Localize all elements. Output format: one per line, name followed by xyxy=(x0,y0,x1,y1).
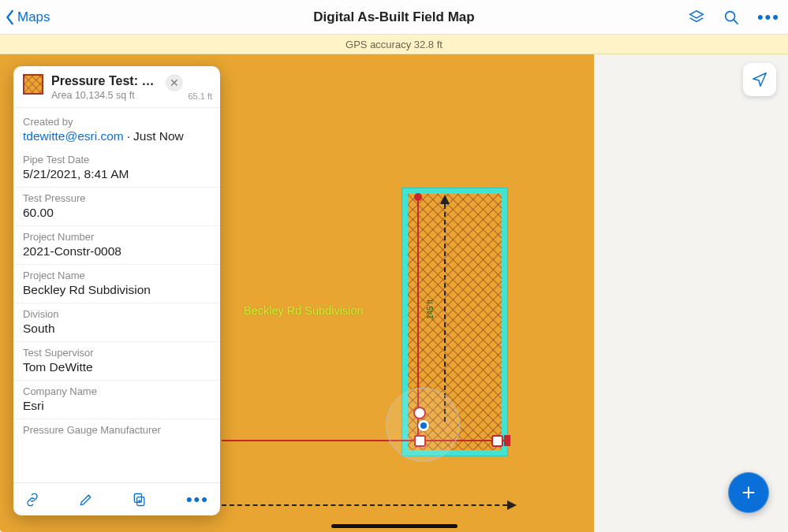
attribute-field: Project NameBeckley Rd Subdivision xyxy=(13,264,220,303)
search-icon xyxy=(723,9,740,26)
popup-close-button[interactable]: ✕ xyxy=(166,74,183,91)
attribute-field: Company NameEsri xyxy=(13,380,220,419)
attribute-field: Test Pressure60.00 xyxy=(13,187,220,225)
more-icon: ••• xyxy=(186,489,209,509)
attribute-value: 2021-Constr-0008 xyxy=(23,244,211,259)
created-when: Just Now xyxy=(133,129,184,143)
attribute-value: Tom DeWitte xyxy=(23,360,211,374)
attribute-label: Pressure Gauge Manufacturer xyxy=(23,424,211,436)
add-feature-button[interactable] xyxy=(728,472,769,513)
layers-icon xyxy=(688,9,705,26)
measure-arrow-horizontal xyxy=(222,504,515,506)
svg-rect-8 xyxy=(24,76,42,93)
attribute-value: 5/21/2021, 8:41 AM xyxy=(23,167,211,181)
attribute-label: Company Name xyxy=(23,385,211,397)
plus-icon xyxy=(740,484,757,501)
gps-accuracy-text: GPS accuracy 32.8 ft xyxy=(345,39,443,50)
popup-header: Pressure Test: Beckley R… Area 10,134.5 … xyxy=(13,66,220,108)
more-icon: ••• xyxy=(757,7,780,28)
created-by-field: Created by tdewitte@esri.com · Just Now xyxy=(13,111,220,149)
current-location-dot xyxy=(418,420,429,431)
measure-label: 145 ft xyxy=(426,299,435,319)
close-icon: ✕ xyxy=(170,76,179,89)
edit-button[interactable] xyxy=(78,492,94,508)
attribute-value: Beckley Rd Subdivision xyxy=(23,283,211,297)
subdivision-label: Beckley Rd Subdivision xyxy=(244,304,364,317)
link-button[interactable] xyxy=(24,492,40,508)
copy-button[interactable] xyxy=(132,492,148,508)
measure-arrow-vertical xyxy=(444,196,446,422)
locate-button[interactable] xyxy=(743,63,776,96)
layers-button[interactable] xyxy=(688,9,705,26)
header-actions: ••• xyxy=(688,7,780,28)
creator-email-link[interactable]: tdewitte@esri.com xyxy=(23,129,124,143)
gps-accuracy-bar: GPS accuracy 32.8 ft xyxy=(0,35,788,54)
pipe-horizontal xyxy=(222,440,504,441)
svg-line-1 xyxy=(734,20,738,24)
chevron-left-icon xyxy=(5,9,16,26)
locate-icon xyxy=(751,71,768,88)
home-indicator xyxy=(331,524,457,528)
popup-more-button[interactable]: ••• xyxy=(186,491,209,508)
attribute-field: DivisionSouth xyxy=(13,303,220,341)
popup-area: Area 10,134.5 sq ft xyxy=(51,90,161,101)
attribute-label: Division xyxy=(23,308,211,320)
page-title: Digital As-Built Field Map xyxy=(0,9,788,25)
more-button[interactable]: ••• xyxy=(757,7,780,28)
popup-distance: 65.1 ft xyxy=(188,91,212,101)
attribute-field: Project Number2021-Constr-0008 xyxy=(13,225,220,264)
attribute-value: Esri xyxy=(23,399,211,413)
attribute-value: South xyxy=(23,322,211,336)
attribute-label: Pipe Test Date xyxy=(23,154,211,166)
popup-body[interactable]: Created by tdewitte@esri.com · Just Now … xyxy=(13,108,220,482)
back-label: Maps xyxy=(17,9,50,25)
popup-title: Pressure Test: Beckley R… xyxy=(51,74,161,88)
attribute-field: Test SupervisorTom DeWitte xyxy=(13,341,220,380)
app-header: Maps Digital As-Built Field Map ••• xyxy=(0,0,788,35)
popup-toolbar: ••• xyxy=(13,482,220,515)
feature-popup: Pressure Test: Beckley R… Area 10,134.5 … xyxy=(13,66,220,515)
created-by-label: Created by xyxy=(23,116,211,128)
attribute-field: Pipe Test Date5/21/2021, 8:41 AM xyxy=(13,149,220,187)
back-button[interactable]: Maps xyxy=(5,9,50,26)
search-button[interactable] xyxy=(723,9,740,26)
attribute-label: Test Pressure xyxy=(23,192,211,204)
attribute-label: Project Name xyxy=(23,270,211,281)
pipe-endcap xyxy=(504,435,510,446)
map-blank-area xyxy=(594,54,788,532)
attribute-label: Test Supervisor xyxy=(23,347,211,359)
feature-swatch-icon xyxy=(23,74,43,95)
attribute-field: Pressure Gauge Manufacturer xyxy=(13,419,220,443)
attribute-label: Project Number xyxy=(23,231,211,243)
attribute-value: 60.00 xyxy=(23,206,211,220)
